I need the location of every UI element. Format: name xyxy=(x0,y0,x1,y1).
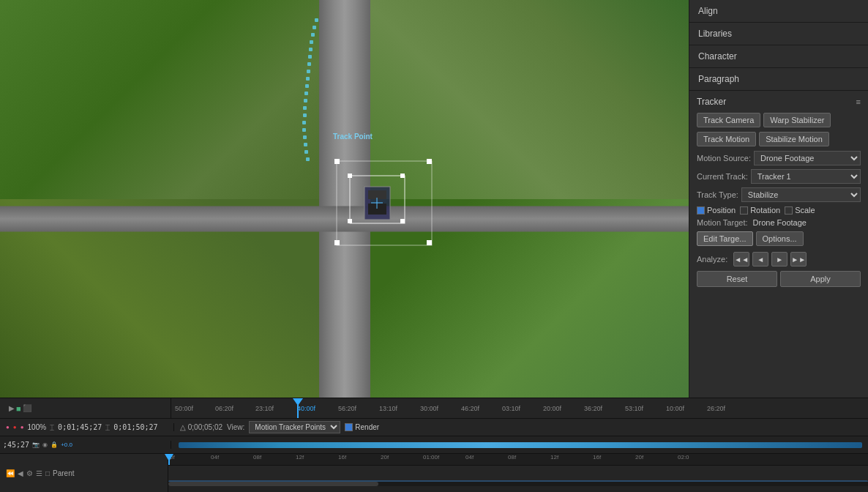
libraries-label: Libraries xyxy=(698,29,732,39)
paragraph-section[interactable]: Paragraph xyxy=(689,68,868,91)
video-field-tr xyxy=(365,0,689,219)
layer-icon-pink2: ● xyxy=(20,424,24,430)
analyze-back-button[interactable]: ◄ xyxy=(752,252,768,266)
ruler-mark-13: 26:20f xyxy=(707,405,725,412)
paragraph-label: Paragraph xyxy=(698,74,739,84)
stabilize-motion-button[interactable]: Stabilize Motion xyxy=(759,132,829,146)
video-road-vertical xyxy=(319,0,370,398)
transport-icon-2[interactable]: ◀ xyxy=(18,469,23,477)
track-type-select[interactable]: Stabilize xyxy=(741,187,861,202)
motion-target-value: Drone Footage xyxy=(753,218,807,227)
analyze-label: Analyze: xyxy=(697,255,727,264)
position-checkbox[interactable] xyxy=(697,206,705,215)
bmark-3: 12f xyxy=(296,454,304,461)
bmark-9: 12f xyxy=(550,454,558,461)
motion-target-row: Motion Target: Drone Footage xyxy=(697,218,861,227)
edit-target-button[interactable]: Edit Targe... xyxy=(697,231,753,246)
timeline-track-bar xyxy=(179,442,862,448)
view-select[interactable]: Motion Tracker Points xyxy=(249,421,340,433)
timecode-separator-1: ⌶ xyxy=(50,423,54,431)
libraries-section[interactable]: Libraries xyxy=(689,23,868,45)
transport-icon-4[interactable]: ☰ xyxy=(36,469,42,477)
ruler-mark-9: 20:00f xyxy=(543,405,561,412)
reset-button[interactable]: Reset xyxy=(697,271,777,287)
options-button[interactable]: Options... xyxy=(756,231,804,246)
bmark-12: 02:0 xyxy=(678,454,689,461)
bmark-1: 04f xyxy=(211,454,219,461)
bottom-timeline: ⏪ ◀ ⚙ ☰ □ Parent 0f 04f 08f 12f 16f 20f … xyxy=(0,454,868,492)
bottom-timeline-content: 0f 04f 08f 12f 16f 20f 01:00f 04f 08f 12… xyxy=(168,454,868,492)
scrollbar-thumb[interactable] xyxy=(168,482,378,486)
bmark-11: 20f xyxy=(635,454,643,461)
ruler-mark-3: 40:00f xyxy=(297,405,315,412)
apply-button[interactable]: Apply xyxy=(780,271,861,287)
track-camera-button[interactable]: Track Camera xyxy=(697,113,760,127)
track-motion-button[interactable]: Track Motion xyxy=(697,132,756,146)
tracker-menu-icon[interactable]: ≡ xyxy=(856,97,861,106)
view-label: View: xyxy=(227,423,244,431)
warp-stabilizer-button[interactable]: Warp Stabilizer xyxy=(763,113,831,127)
timeline-icon-1: ▶ xyxy=(9,404,15,412)
scale-label: Scale xyxy=(795,206,815,215)
ruler-mark-12: 10:00f xyxy=(666,405,684,412)
layer-icon-pink: ● xyxy=(6,424,10,430)
analyze-forward-button[interactable]: ► xyxy=(771,252,787,266)
track-row: ;45;27 📷 ◉ 🔒 +0.0 xyxy=(0,436,868,454)
current-track-select[interactable]: Tracker 1 xyxy=(751,169,861,184)
timecode-2: 0;01;50;27 xyxy=(113,423,157,431)
timeline-ruler-row: ▶ ■ ⬛ 50:00f 06:20f 23:10f 40:00f 56:20f… xyxy=(0,398,868,419)
bmark-7: 04f xyxy=(465,454,474,461)
rotation-label: Rotation xyxy=(750,206,780,215)
ruler-mark-8: 03:10f xyxy=(502,405,520,412)
ruler-mark-0: 50:00f xyxy=(175,405,193,412)
bmark-8: 08f xyxy=(508,454,516,461)
ruler-mark-2: 23:10f xyxy=(255,405,274,412)
timeline-icon-3: ⬛ xyxy=(23,404,31,412)
rotation-checkbox[interactable] xyxy=(740,206,748,215)
scale-checkbox-item[interactable]: Scale xyxy=(785,206,815,215)
bmark-4: 16f xyxy=(338,454,346,461)
offset-display: +0.0 xyxy=(61,441,72,448)
position-checkbox-item[interactable]: Position xyxy=(697,206,736,215)
ruler-mark-10: 36:20f xyxy=(584,405,602,412)
current-time-display: ;45;27 xyxy=(3,441,29,449)
motion-source-select[interactable]: Drone Footage xyxy=(754,151,861,165)
scale-checkbox[interactable] xyxy=(785,206,793,215)
tracker-panel: Tracker ≡ Track Camera Warp Stabilizer T… xyxy=(689,91,868,398)
ruler-mark-7: 46:20f xyxy=(461,405,479,412)
transport-icon-5[interactable]: □ xyxy=(45,469,50,477)
ruler-marks-area: 50:00f 06:20f 23:10f 40:00f 56:20f 13:10… xyxy=(171,398,865,418)
transport-icon-1[interactable]: ⏪ xyxy=(6,469,15,477)
bmark-2: 08f xyxy=(253,454,261,461)
motion-target-label: Motion Target: xyxy=(697,218,748,227)
align-label: Align xyxy=(698,6,718,16)
analyze-fastforward-button[interactable]: ►► xyxy=(790,252,807,266)
delta-display: △ 0;00;05;02 xyxy=(180,423,222,431)
position-label: Position xyxy=(707,206,736,215)
video-road-horizontal xyxy=(0,206,689,231)
rotation-checkbox-item[interactable]: Rotation xyxy=(740,206,780,215)
analyze-rewind-button[interactable]: ◄◄ xyxy=(733,252,749,266)
camera-icon: 📷 xyxy=(32,441,40,448)
action-buttons-row: Reset Apply xyxy=(697,271,861,287)
ruler-mark-4: 56:20f xyxy=(338,405,356,412)
ruler-mark-5: 13:10f xyxy=(379,405,397,412)
current-track-label: Current Track: xyxy=(697,172,748,181)
bmark-5: 20f xyxy=(381,454,389,461)
tracker-title: Tracker xyxy=(697,97,726,107)
ruler-mark-1: 06:20f xyxy=(215,405,233,412)
render-checkbox[interactable] xyxy=(345,423,353,431)
bmark-10: 16f xyxy=(593,454,601,461)
character-section[interactable]: Character xyxy=(689,45,868,68)
align-section[interactable]: Align xyxy=(689,0,868,23)
motion-source-label: Motion Source: xyxy=(697,154,751,163)
transport-icon-3[interactable]: ⚙ xyxy=(26,469,33,477)
timeline-icon-2: ■ xyxy=(16,404,21,413)
timeline-area: ▶ ■ ⬛ 50:00f 06:20f 23:10f 40:00f 56:20f… xyxy=(0,398,868,492)
timecode-1: 0;01;45;27 xyxy=(58,423,102,431)
bottom-ruler: 0f 04f 08f 12f 16f 20f 01:00f 04f 08f 12… xyxy=(168,454,868,466)
layer-icon-red: ● xyxy=(13,424,17,430)
timecode-separator-2: ⌶ xyxy=(105,423,110,431)
analyze-controls: ◄◄ ◄ ► ►► xyxy=(733,252,807,266)
render-label: Render xyxy=(355,423,379,431)
